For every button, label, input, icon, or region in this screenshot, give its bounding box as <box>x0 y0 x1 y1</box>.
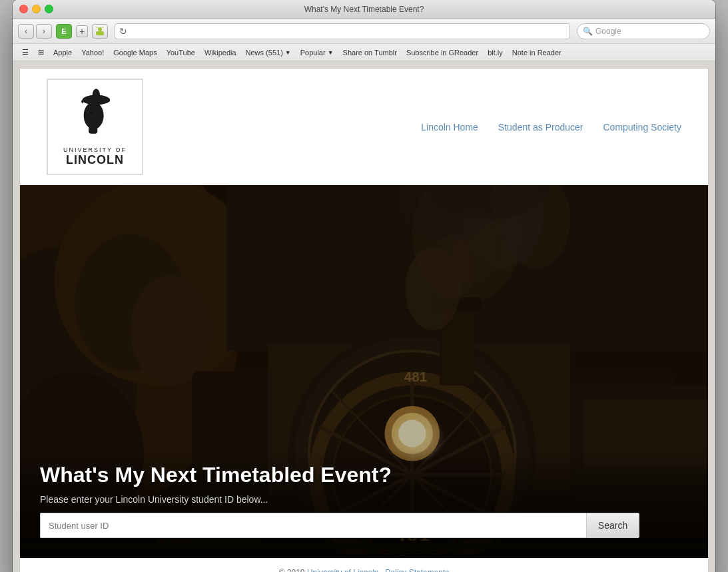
popular-dropdown-icon: ▼ <box>328 49 334 56</box>
yahoo-label: Yahoo! <box>81 49 104 57</box>
svg-line-3 <box>103 27 103 28</box>
tumblr-bookmark[interactable]: Share on Tumblr <box>339 46 401 59</box>
note-reader-bookmark[interactable]: Note in Reader <box>508 46 565 59</box>
news-label: News (551) <box>246 49 283 57</box>
search-button[interactable]: Search <box>586 513 639 538</box>
browser-toolbar: ‹ › E + ↻ 🔍 Google <box>13 19 715 44</box>
hero-title: What's My Next Timetabled Event? <box>40 463 688 487</box>
youtube-label: YouTube <box>167 49 195 57</box>
site-footer: © 2010 University of Lincoln · Policy St… <box>20 558 708 572</box>
news-dropdown-icon: ▼ <box>285 49 291 56</box>
footer-policy-link[interactable]: Policy Statements <box>385 568 449 572</box>
browser-content: UNIVERSITY OF LINCOLN Lincoln Home Stude… <box>13 61 715 572</box>
forward-button[interactable]: › <box>36 24 52 39</box>
hero-section: 481 481 <box>20 185 708 558</box>
grid-icon: ⊞ <box>38 48 44 57</box>
search-placeholder: Google <box>595 27 621 36</box>
mac-window: What's My Next Timetable Event? ‹ › E + … <box>13 0 715 572</box>
svg-point-0 <box>98 27 102 31</box>
android-button[interactable] <box>92 24 108 39</box>
svg-point-6 <box>93 89 100 101</box>
close-button[interactable] <box>19 5 28 13</box>
maximize-button[interactable] <box>45 5 53 13</box>
apple-bookmark[interactable]: Apple <box>49 46 76 59</box>
google-maps-label: Google Maps <box>113 49 157 57</box>
popular-bookmark[interactable]: Popular ▼ <box>296 46 338 59</box>
note-reader-label: Note in Reader <box>512 49 561 57</box>
nav-buttons: ‹ › <box>18 24 52 39</box>
google-maps-bookmark[interactable]: Google Maps <box>109 46 161 59</box>
popular-label: Popular <box>300 49 326 57</box>
svg-rect-1 <box>96 31 104 35</box>
logo-university-of: UNIVERSITY OF <box>63 146 127 153</box>
footer-copyright: © 2010 <box>279 568 307 572</box>
site-logo: UNIVERSITY OF LINCOLN <box>47 79 143 175</box>
greader-label: Subscribe in GReader <box>406 49 478 57</box>
evernote-button[interactable]: E <box>56 24 72 39</box>
computing-society-link[interactable]: Computing Society <box>603 122 681 133</box>
window-title: What's My Next Timetable Event? <box>304 5 424 14</box>
title-bar: What's My Next Timetable Event? <box>13 0 715 19</box>
minerva-logo-icon <box>70 87 120 144</box>
bitly-bookmark[interactable]: bit.ly <box>484 46 507 59</box>
youtube-bookmark[interactable]: YouTube <box>163 46 199 59</box>
footer-separator: · <box>378 568 385 572</box>
add-tab-button[interactable]: + <box>76 25 88 37</box>
back-button[interactable]: ‹ <box>18 24 34 39</box>
wikipedia-bookmark[interactable]: Wikipedia <box>200 46 240 59</box>
address-bar[interactable]: ↻ <box>115 23 570 39</box>
tumblr-label: Share on Tumblr <box>343 49 397 57</box>
wikipedia-label: Wikipedia <box>204 49 236 57</box>
hero-subtitle: Please enter your Lincoln University stu… <box>40 494 688 505</box>
site-navigation: Lincoln Home Student as Producer Computi… <box>421 122 681 133</box>
bookmarks-list-icon: ☰ <box>22 48 29 57</box>
website-container: UNIVERSITY OF LINCOLN Lincoln Home Stude… <box>19 68 709 572</box>
student-producer-link[interactable]: Student as Producer <box>498 122 583 133</box>
svg-rect-8 <box>89 126 97 133</box>
minimize-button[interactable] <box>32 5 41 13</box>
footer-university-link[interactable]: University of Lincoln <box>307 568 378 572</box>
reload-button[interactable]: ↻ <box>119 26 127 37</box>
svg-point-9 <box>89 111 93 114</box>
svg-line-2 <box>97 27 97 28</box>
student-id-input[interactable] <box>40 513 586 538</box>
news-bookmark[interactable]: News (551) ▼ <box>242 46 295 59</box>
bookmarks-icon-btn[interactable]: ☰ <box>18 46 33 59</box>
traffic-lights <box>19 5 53 13</box>
greader-bookmark[interactable]: Subscribe in GReader <box>402 46 482 59</box>
logo-lincoln: LINCOLN <box>66 153 124 167</box>
grid-icon-btn[interactable]: ⊞ <box>34 46 48 59</box>
hero-content: What's My Next Timetabled Event? Please … <box>20 449 708 558</box>
svg-point-7 <box>84 101 104 129</box>
lincoln-home-link[interactable]: Lincoln Home <box>421 122 478 133</box>
browser-search-bar[interactable]: 🔍 Google <box>577 23 710 39</box>
bitly-label: bit.ly <box>488 49 503 57</box>
search-icon: 🔍 <box>583 27 593 36</box>
search-form: Search <box>40 513 639 538</box>
site-header: UNIVERSITY OF LINCOLN Lincoln Home Stude… <box>20 69 708 185</box>
yahoo-bookmark[interactable]: Yahoo! <box>77 46 108 59</box>
bookmarks-bar: ☰ ⊞ Apple Yahoo! Google Maps YouTube Wik… <box>13 44 715 61</box>
apple-bookmark-label: Apple <box>53 49 72 57</box>
